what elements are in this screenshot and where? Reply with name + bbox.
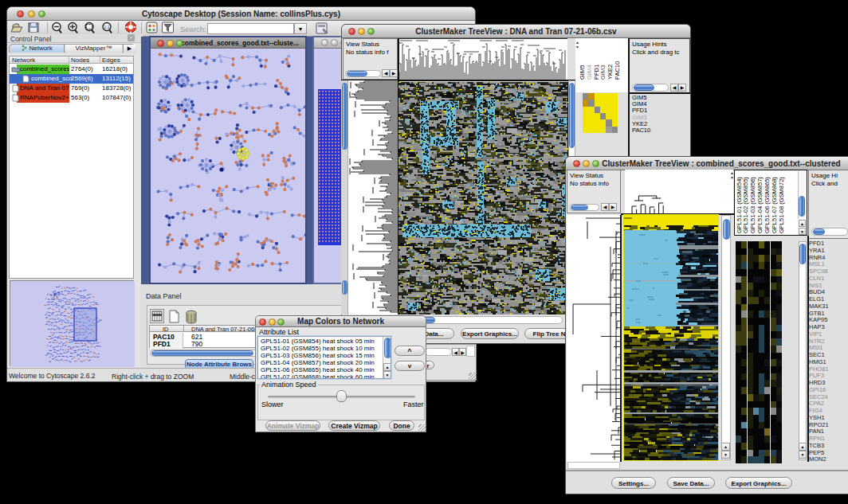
svg-text:1:1: 1:1 [104,25,110,29]
